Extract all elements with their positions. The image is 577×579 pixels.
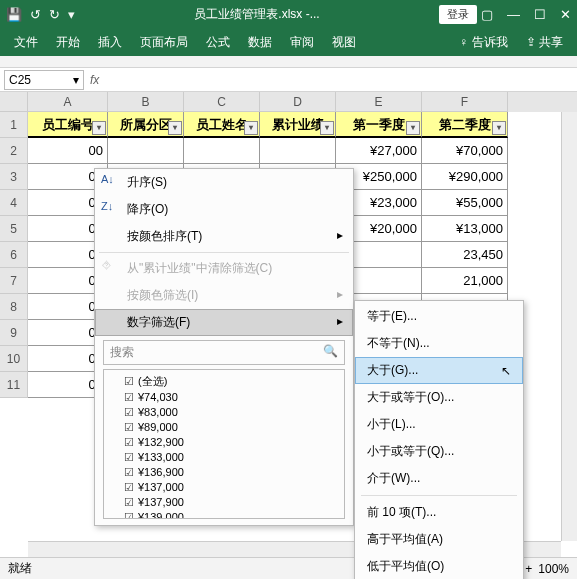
sort-by-color[interactable]: 按颜色排序(T)▸ — [95, 223, 353, 250]
row-header[interactable]: 8 — [0, 294, 28, 320]
zoom-in-icon[interactable]: + — [525, 562, 532, 576]
tab-formula[interactable]: 公式 — [206, 34, 230, 51]
redo-icon[interactable]: ↻ — [49, 7, 60, 22]
cell[interactable] — [260, 138, 336, 164]
qat-more-icon[interactable]: ▾ — [68, 7, 75, 22]
maximize-icon[interactable]: ☐ — [534, 7, 546, 22]
row-header[interactable]: 11 — [0, 372, 28, 398]
row-header[interactable]: 1 — [0, 112, 28, 138]
funnel-icon: ⯑ — [101, 259, 112, 271]
window-title: 员工业绩管理表.xlsx -... — [75, 6, 439, 23]
tab-insert[interactable]: 插入 — [98, 34, 122, 51]
number-filter[interactable]: 数字筛选(F)▸ — [95, 309, 353, 336]
share-button[interactable]: ⇪ 共享 — [526, 34, 563, 51]
filter-value-item[interactable]: ¥136,900 — [106, 465, 342, 480]
sort-asc[interactable]: A↓升序(S) — [95, 169, 353, 196]
col-header[interactable]: B — [108, 92, 184, 112]
save-icon[interactable]: 💾 — [6, 7, 22, 22]
tab-data[interactable]: 数据 — [248, 34, 272, 51]
cell[interactable]: ¥27,000 — [336, 138, 422, 164]
cell[interactable]: ¥13,000 — [422, 216, 508, 242]
status-ready: 就绪 — [8, 560, 32, 577]
cell[interactable]: 00 — [28, 138, 108, 164]
zoom-level[interactable]: 100% — [538, 562, 569, 576]
filter-value-item[interactable]: ¥89,000 — [106, 420, 342, 435]
search-input[interactable]: 搜索🔍 — [103, 340, 345, 365]
filter-menu: A↓升序(S) Z↓降序(O) 按颜色排序(T)▸ ⯑从"累计业绩"中清除筛选(… — [94, 168, 354, 526]
row-header[interactable]: 7 — [0, 268, 28, 294]
vertical-scrollbar[interactable] — [561, 112, 577, 541]
col-header[interactable]: F — [422, 92, 508, 112]
filter-button[interactable]: ▾ — [320, 121, 334, 135]
row-header[interactable]: 6 — [0, 242, 28, 268]
tab-file[interactable]: 文件 — [14, 34, 38, 51]
row-header[interactable]: 10 — [0, 346, 28, 372]
tab-review[interactable]: 审阅 — [290, 34, 314, 51]
filter-button[interactable]: ▾ — [406, 121, 420, 135]
cell[interactable]: ¥290,000 — [422, 164, 508, 190]
table-header[interactable]: 所属分区▾ — [108, 112, 184, 138]
table-header[interactable]: 第一季度▾ — [336, 112, 422, 138]
cell[interactable]: 23,450 — [422, 242, 508, 268]
filter-value-item[interactable]: ¥132,900 — [106, 435, 342, 450]
minimize-icon[interactable]: — — [507, 7, 520, 22]
ribbon-options-icon[interactable]: ▢ — [481, 7, 493, 22]
col-header[interactable]: C — [184, 92, 260, 112]
filter-not-equals[interactable]: 不等于(N)... — [355, 330, 523, 357]
fx-icon[interactable]: fx — [90, 73, 99, 87]
filter-less-than[interactable]: 小于(L)... — [355, 411, 523, 438]
cell[interactable]: 21,000 — [422, 268, 508, 294]
filter-button[interactable]: ▾ — [92, 121, 106, 135]
table-header[interactable]: 员工编号▾ — [28, 112, 108, 138]
filter-button[interactable]: ▾ — [492, 121, 506, 135]
col-header[interactable]: D — [260, 92, 336, 112]
close-icon[interactable]: ✕ — [560, 7, 571, 22]
filter-by-color: 按颜色筛选(I)▸ — [95, 282, 353, 309]
row-header[interactable]: 3 — [0, 164, 28, 190]
filter-value-item[interactable]: ¥137,900 — [106, 495, 342, 510]
filter-greater-than[interactable]: 大于(G)...↖ — [355, 357, 523, 384]
tab-view[interactable]: 视图 — [332, 34, 356, 51]
select-all[interactable]: (全选) — [106, 373, 342, 390]
filter-below-avg[interactable]: 低于平均值(O) — [355, 553, 523, 579]
select-all-corner[interactable] — [0, 92, 28, 112]
filter-value-item[interactable]: ¥137,000 — [106, 480, 342, 495]
clear-filter: ⯑从"累计业绩"中清除筛选(C) — [95, 255, 353, 282]
filter-top10[interactable]: 前 10 项(T)... — [355, 499, 523, 526]
login-button[interactable]: 登录 — [439, 5, 477, 24]
tab-home[interactable]: 开始 — [56, 34, 80, 51]
tab-layout[interactable]: 页面布局 — [140, 34, 188, 51]
cell[interactable] — [108, 138, 184, 164]
search-icon: 🔍 — [323, 344, 338, 361]
cell[interactable] — [184, 138, 260, 164]
row-header[interactable]: 2 — [0, 138, 28, 164]
filter-value-item[interactable]: ¥133,000 — [106, 450, 342, 465]
table-header[interactable]: 第二季度▾ — [422, 112, 508, 138]
filter-value-item[interactable]: ¥139,000 — [106, 510, 342, 519]
row-header[interactable]: 5 — [0, 216, 28, 242]
filter-value-tree[interactable]: (全选) ¥74,030¥83,000¥89,000¥132,900¥133,0… — [103, 369, 345, 519]
chevron-right-icon: ▸ — [337, 314, 343, 331]
cell[interactable]: ¥55,000 — [422, 190, 508, 216]
undo-icon[interactable]: ↺ — [30, 7, 41, 22]
tellme-button[interactable]: ♀ 告诉我 — [459, 34, 507, 51]
col-header[interactable]: E — [336, 92, 422, 112]
table-header[interactable]: 累计业绩▾ — [260, 112, 336, 138]
name-box[interactable]: C25▾ — [4, 70, 84, 90]
table-header[interactable]: 员工姓名▾ — [184, 112, 260, 138]
row-header[interactable]: 9 — [0, 320, 28, 346]
filter-value-item[interactable]: ¥83,000 — [106, 405, 342, 420]
filter-value-item[interactable]: ¥74,030 — [106, 390, 342, 405]
row-header[interactable]: 4 — [0, 190, 28, 216]
cell[interactable]: ¥70,000 — [422, 138, 508, 164]
filter-lte[interactable]: 小于或等于(Q)... — [355, 438, 523, 465]
filter-button[interactable]: ▾ — [244, 121, 258, 135]
filter-between[interactable]: 介于(W)... — [355, 465, 523, 492]
filter-above-avg[interactable]: 高于平均值(A) — [355, 526, 523, 553]
filter-button[interactable]: ▾ — [168, 121, 182, 135]
sort-desc[interactable]: Z↓降序(O) — [95, 196, 353, 223]
chevron-down-icon[interactable]: ▾ — [73, 73, 79, 87]
col-header[interactable]: A — [28, 92, 108, 112]
filter-gte[interactable]: 大于或等于(O)... — [355, 384, 523, 411]
filter-equals[interactable]: 等于(E)... — [355, 303, 523, 330]
